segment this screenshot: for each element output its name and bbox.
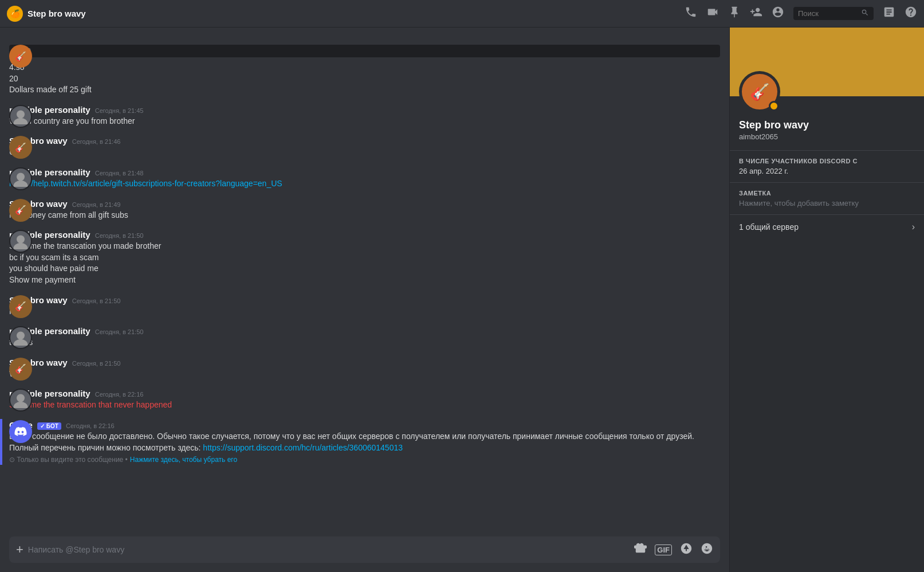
- message-content-1: multiple personality Сегодня, в 21:45 Wh…: [9, 105, 720, 127]
- search-container: [793, 7, 874, 20]
- message-content-6: Step bro wavy Сегодня, в 21:50 Haha: [9, 295, 720, 318]
- note-label: ЗАМЕТКА: [739, 190, 915, 197]
- message-group-9: multiple personality Сегодня, в 22:16 Se…: [0, 387, 729, 412]
- bot-badge: ✓ БОТ: [37, 422, 61, 430]
- timestamp-10: Сегодня, в 22:16: [66, 422, 115, 429]
- avatar-sbw-8: 🎸: [9, 358, 32, 381]
- search-icon: [861, 7, 869, 19]
- msg-text-9: Send me the transcation that never happe…: [9, 399, 720, 411]
- profile-username: aimbot2065: [739, 132, 915, 141]
- servers-count: 1 общий сервер: [739, 222, 799, 232]
- message-content-2: Step bro wavy Сегодня, в 21:46 US: [9, 136, 720, 158]
- right-panel: 🎸 Step bro wavy aimbot2065 В ЧИСЛЕ УЧАСТ…: [729, 28, 924, 572]
- message-header-1: multiple personality Сегодня, в 21:45: [9, 105, 720, 115]
- msg-text-5c: you should have paid me: [9, 263, 720, 275]
- svg-point-8: [17, 394, 25, 402]
- twitch-link[interactable]: https://help.twitch.tv/s/article/gift-su…: [9, 179, 282, 188]
- add-friend-icon[interactable]: [750, 6, 762, 21]
- svg-point-6: [17, 332, 25, 340]
- chevron-right-icon: ›: [912, 222, 915, 232]
- add-attachment-button[interactable]: +: [16, 536, 23, 563]
- help-icon[interactable]: [905, 6, 917, 21]
- message-group-2: 🎸 Step bro wavy Сегодня, в 21:46 US: [0, 135, 729, 159]
- message-header-7: multiple personality Сегодня, в 21:50: [9, 326, 720, 336]
- status-dot: [769, 101, 779, 111]
- svg-point-0: [17, 110, 25, 118]
- message-input-area: + GIF: [0, 532, 729, 572]
- gif-button[interactable]: GIF: [655, 544, 672, 555]
- inbox-icon[interactable]: [883, 6, 895, 21]
- svg-point-9: [13, 402, 27, 408]
- msg-text-7: thanks: [9, 337, 720, 348]
- message-header-2: Step bro wavy Сегодня, в 21:46: [9, 136, 720, 146]
- timestamp-4: Сегодня, в 21:49: [72, 201, 121, 208]
- msg-text-top2: 20: [9, 73, 720, 85]
- profile-icon[interactable]: [772, 6, 784, 21]
- message-header-10: Clyde ✓ БОТ Сегодня, в 22:16: [9, 420, 720, 430]
- msg-text-5a: Send me the transcation you made brother: [9, 241, 720, 252]
- message-group-6: 🎸 Step bro wavy Сегодня, в 21:50 Haha: [0, 294, 729, 319]
- topbar: 🍊 Step bro wavy: [0, 0, 924, 28]
- main-area: 🎸 $0.00 4:so 20 Dollars made off 25 gift: [0, 28, 924, 572]
- message-group-7: multiple personality Сегодня, в 21:50 th…: [0, 325, 729, 350]
- message-header-5: multiple personality Сегодня, в 21:50: [9, 230, 720, 240]
- msg-text-5b: bc if you scam its a scam: [9, 252, 720, 264]
- topbar-icons: [685, 6, 917, 21]
- svg-point-5: [13, 243, 27, 249]
- input-icons: GIF: [634, 542, 713, 558]
- messages-container[interactable]: 🎸 $0.00 4:so 20 Dollars made off 25 gift: [0, 28, 729, 532]
- message-input[interactable]: [28, 539, 630, 561]
- servers-section[interactable]: 1 общий сервер ›: [730, 215, 924, 239]
- msg-text-top3: Dollars made off 25 gift: [9, 84, 720, 96]
- emoji-icon[interactable]: [701, 542, 713, 558]
- message-content-9: multiple personality Сегодня, в 22:16 Se…: [9, 389, 720, 411]
- timestamp-2: Сегодня, в 21:46: [72, 138, 121, 145]
- msg-text-8: Wym: [9, 369, 720, 380]
- message-group-3: multiple personality Сегодня, в 21:48 ht…: [0, 166, 729, 191]
- message-group-5: multiple personality Сегодня, в 21:50 Se…: [0, 229, 729, 287]
- member-since-section: В ЧИСЛЕ УЧАСТНИКОВ DISCORD С 26 апр. 202…: [730, 151, 924, 183]
- message-content-3: multiple personality Сегодня, в 21:48 ht…: [9, 167, 720, 190]
- dismiss-link[interactable]: Нажмите здесь, чтобы убрать его: [130, 456, 237, 464]
- svg-point-1: [13, 118, 27, 124]
- message-group-blocked: 🎸 $0.00 4:so 20 Dollars made off 25 gift: [0, 44, 729, 97]
- msg-text-10: Ваше сообщение не было доставлено. Обычн…: [9, 431, 720, 453]
- profile-name: Step bro wavy: [739, 119, 915, 131]
- message-content-blocked: $0.00 4:so 20 Dollars made off 25 gift: [9, 45, 720, 96]
- message-header-9: multiple personality Сегодня, в 22:16: [9, 389, 720, 398]
- avatar-sbw-top: 🎸: [9, 45, 32, 68]
- sticker-icon[interactable]: [680, 542, 693, 558]
- gift-icon[interactable]: [634, 542, 647, 558]
- timestamp-6: Сегодня, в 21:50: [72, 297, 121, 304]
- verified-icon: ✓: [40, 423, 45, 429]
- message-group-8: 🎸 Step bro wavy Сегодня, в 21:50 Wym: [0, 356, 729, 381]
- left-border: [0, 419, 2, 465]
- message-content-10: Clyde ✓ БОТ Сегодня, в 22:16 Ваше сообще…: [9, 420, 720, 464]
- message-header-8: Step bro wavy Сегодня, в 21:50: [9, 358, 720, 367]
- timestamp-5: Сегодня, в 21:50: [95, 232, 144, 239]
- message-content-5: multiple personality Сегодня, в 21:50 Se…: [9, 230, 720, 285]
- msg-text-1: Which country are you from brother: [9, 116, 720, 127]
- avatar-sbw-6: 🎸: [9, 295, 32, 318]
- msg-text-top1: 4:so: [9, 62, 720, 73]
- avatar-mp-5: [9, 230, 32, 253]
- message-input-wrapper: + GIF: [9, 536, 720, 563]
- blocked-message: $0.00: [9, 45, 720, 57]
- video-icon[interactable]: [706, 6, 719, 21]
- message-header-3: multiple personality Сегодня, в 21:48: [9, 167, 720, 177]
- note-placeholder[interactable]: Нажмите, чтобы добавить заметку: [739, 199, 915, 207]
- discord-support-link[interactable]: https://support.discord.com/hc/ru/articl…: [203, 443, 403, 452]
- topbar-title: Step bro wavy: [27, 9, 680, 18]
- svg-point-4: [17, 236, 25, 244]
- note-section: ЗАМЕТКА Нажмите, чтобы добавить заметку: [730, 183, 924, 215]
- avatar-mp-1: [9, 105, 32, 128]
- member-since-label: В ЧИСЛЕ УЧАСТНИКОВ DISCORD С: [739, 158, 915, 164]
- msg-text-2: US: [9, 147, 720, 158]
- message-group-1: multiple personality Сегодня, в 21:45 Wh…: [0, 104, 729, 128]
- msg-text-3: https://help.twitch.tv/s/article/gift-su…: [9, 178, 720, 190]
- avatar-mp-7: [9, 326, 32, 349]
- timestamp-1: Сегодня, в 21:45: [95, 107, 144, 114]
- phone-icon[interactable]: [685, 6, 697, 21]
- message-header-4: Step bro wavy Сегодня, в 21:49: [9, 199, 720, 209]
- pin-icon[interactable]: [728, 6, 741, 21]
